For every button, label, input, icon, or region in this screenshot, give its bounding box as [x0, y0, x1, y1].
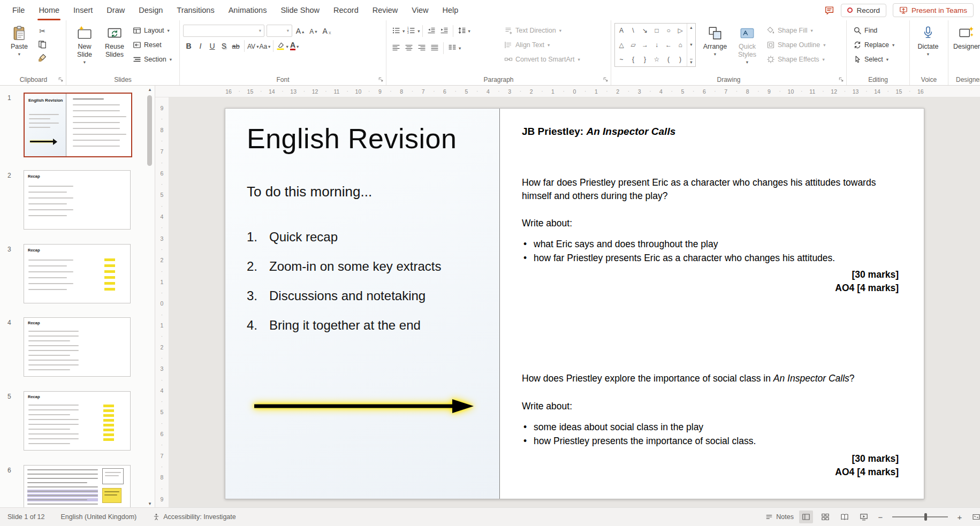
- format-painter-button[interactable]: [35, 52, 49, 64]
- shape-icon[interactable]: ○: [664, 25, 673, 36]
- shape-icon[interactable]: (: [664, 54, 673, 65]
- tab-help[interactable]: Help: [435, 0, 465, 20]
- quick-styles-button[interactable]: Quick Styles ▾: [731, 23, 763, 65]
- decrease-indent-button[interactable]: [425, 24, 438, 37]
- strikethrough-button[interactable]: ab: [230, 39, 241, 52]
- select-button[interactable]: Select▾: [851, 53, 907, 66]
- notes-toggle[interactable]: Notes: [765, 513, 794, 521]
- numbering-button[interactable]: [405, 24, 417, 37]
- exam-questions-textbox[interactable]: JB Priestley: An Inspector Calls How far…: [522, 109, 899, 499]
- tab-review[interactable]: Review: [366, 0, 405, 20]
- todo-item[interactable]: 3.Discussions and notetaking: [247, 288, 441, 303]
- slide-canvas[interactable]: English Revision To do this morning... 1…: [225, 108, 924, 499]
- new-slide-button[interactable]: New Slide ▾: [70, 23, 100, 65]
- font-color-button[interactable]: A▾: [289, 39, 300, 52]
- dialog-launcher-icon[interactable]: [378, 77, 384, 82]
- find-button[interactable]: Find: [851, 24, 907, 37]
- highlight-color-button[interactable]: ▾: [276, 39, 288, 52]
- tab-design[interactable]: Design: [132, 0, 170, 20]
- arrow-shape[interactable]: [253, 395, 475, 418]
- slide-subtitle[interactable]: To do this morning...: [247, 184, 372, 200]
- zoom-in-button[interactable]: +: [955, 513, 964, 522]
- decrease-font-size-button[interactable]: A▾: [308, 24, 319, 37]
- shape-icon[interactable]: ⌂: [675, 39, 685, 51]
- increase-font-size-button[interactable]: A▴: [294, 24, 306, 37]
- slide-thumbnail-2[interactable]: Recap: [24, 170, 131, 230]
- layout-button[interactable]: Layout▾: [131, 24, 174, 37]
- tab-record[interactable]: Record: [326, 0, 366, 20]
- tab-file[interactable]: File: [5, 0, 32, 20]
- slide-indicator[interactable]: Slide 1 of 12: [7, 513, 45, 521]
- shape-icon[interactable]: ↓: [652, 39, 662, 51]
- chevron-down-icon[interactable]: ▾: [459, 46, 461, 51]
- normal-view-button[interactable]: [799, 510, 813, 523]
- shape-effects-button[interactable]: Shape Effects▾: [764, 53, 828, 66]
- cut-button[interactable]: ✂: [35, 25, 49, 37]
- tab-slide-show[interactable]: Slide Show: [274, 0, 326, 20]
- bullets-button[interactable]: [390, 24, 402, 37]
- align-left-button[interactable]: [390, 41, 402, 54]
- present-in-teams-button[interactable]: Present in Teams: [893, 3, 974, 17]
- reuse-slides-button[interactable]: Reuse Slides: [100, 23, 130, 59]
- font-name-combobox[interactable]: ▾: [183, 25, 264, 37]
- tab-view[interactable]: View: [405, 0, 435, 20]
- convert-to-smartart-button[interactable]: Convert to SmartArt▾: [502, 53, 582, 66]
- slide-thumbnail-4[interactable]: Recap: [24, 317, 131, 377]
- todo-item[interactable]: 1.Quick recap: [247, 230, 441, 245]
- designer-button[interactable]: Designer: [952, 23, 980, 51]
- underline-button[interactable]: U: [207, 39, 218, 52]
- shape-icon[interactable]: ▷: [675, 25, 685, 36]
- shape-icon[interactable]: ←: [664, 39, 673, 51]
- italic-button[interactable]: I: [195, 39, 206, 52]
- tab-draw[interactable]: Draw: [100, 0, 132, 20]
- slide-thumbnail-1[interactable]: English Revision: [24, 93, 132, 157]
- shape-icon[interactable]: ~: [617, 54, 626, 65]
- todo-item[interactable]: 2.Zoom-in on some key extracts: [247, 259, 441, 274]
- shape-icon[interactable]: \: [628, 25, 638, 36]
- section-button[interactable]: Section▾: [131, 53, 174, 66]
- replace-button[interactable]: Replace▾: [851, 39, 907, 51]
- slide-title[interactable]: English Revision: [247, 123, 457, 155]
- scroll-down-icon[interactable]: ▾: [690, 42, 692, 47]
- text-shadow-button[interactable]: S: [218, 39, 230, 52]
- chevron-down-icon[interactable]: ▾: [417, 29, 420, 34]
- bold-button[interactable]: B: [183, 39, 194, 52]
- align-right-button[interactable]: [415, 41, 428, 54]
- reading-view-button[interactable]: [838, 510, 852, 523]
- zoom-slider-thumb[interactable]: [924, 513, 927, 521]
- slide-thumbnail-6[interactable]: [24, 465, 131, 507]
- fit-slide-to-window-button[interactable]: [969, 510, 980, 523]
- change-case-button[interactable]: Aa▾: [259, 39, 270, 52]
- columns-button[interactable]: [446, 41, 459, 54]
- todo-list[interactable]: 1.Quick recap 2.Zoom-in on some key extr…: [247, 230, 441, 347]
- gallery-more-icon[interactable]: ▾: [690, 59, 692, 65]
- chevron-down-icon[interactable]: ▾: [468, 29, 470, 34]
- align-text-button[interactable]: Align Text▾: [502, 39, 582, 51]
- shape-outline-button[interactable]: Shape Outline▾: [764, 39, 828, 51]
- scroll-up-icon[interactable]: ▴: [146, 86, 154, 93]
- slide-thumbnail-3[interactable]: Recap: [24, 244, 131, 303]
- record-button[interactable]: Record: [841, 4, 886, 17]
- language-status[interactable]: English (United Kingdom): [61, 513, 137, 521]
- align-center-button[interactable]: [402, 41, 415, 54]
- thumbnail-scrollbar[interactable]: ▴ ▾: [146, 86, 154, 507]
- shape-icon[interactable]: }: [640, 54, 650, 65]
- slideshow-button[interactable]: [857, 510, 871, 523]
- shape-icon[interactable]: →: [640, 39, 650, 51]
- comments-icon[interactable]: [824, 5, 834, 16]
- dialog-launcher-icon[interactable]: [58, 77, 64, 82]
- zoom-slider[interactable]: [892, 516, 948, 517]
- scroll-down-icon[interactable]: ▾: [146, 500, 154, 507]
- copy-button[interactable]: [35, 39, 49, 50]
- clear-formatting-button[interactable]: Ax: [321, 24, 332, 37]
- scrollbar-thumb[interactable]: [147, 95, 152, 166]
- dialog-launcher-icon[interactable]: [603, 77, 609, 82]
- shape-icon[interactable]: A: [617, 25, 626, 36]
- increase-indent-button[interactable]: [438, 24, 451, 37]
- paste-button[interactable]: Paste ▾: [4, 23, 34, 57]
- tab-insert[interactable]: Insert: [66, 0, 100, 20]
- shape-fill-button[interactable]: Shape Fill▾: [764, 24, 828, 37]
- dictate-button[interactable]: Dictate ▾: [913, 23, 943, 57]
- shape-icon[interactable]: ▱: [628, 39, 638, 51]
- justify-button[interactable]: [428, 41, 441, 54]
